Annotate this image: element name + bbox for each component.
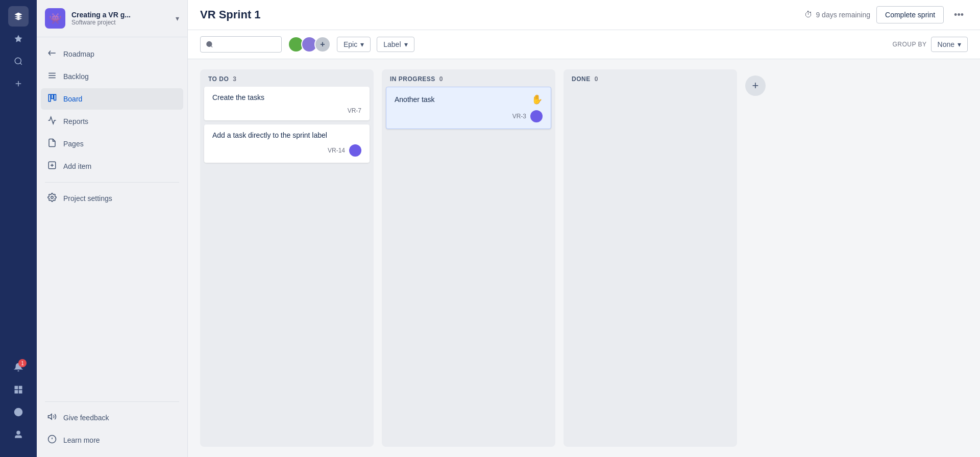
add-column-button[interactable]: + <box>745 75 766 96</box>
help-icon[interactable] <box>8 402 29 422</box>
main-header: VR Sprint 1 ⏱ 9 days remaining Complete … <box>188 0 980 30</box>
sidebar-divider <box>45 182 179 183</box>
epic-chevron-icon: ▾ <box>360 40 364 48</box>
notifications-icon[interactable]: 1 <box>8 357 29 377</box>
epic-filter-label: Epic <box>344 40 357 48</box>
group-by-section: GROUP BY None ▾ <box>892 37 968 52</box>
add-item-label: Add item <box>63 162 91 170</box>
column-in-progress-cards: Another task ✋ VR-3 <box>382 87 555 447</box>
sidebar-item-learn-more[interactable]: Learn more <box>41 429 183 451</box>
sidebar-bottom: Give feedback Learn more <box>37 391 187 457</box>
sidebar-item-add-item[interactable]: Add item <box>41 156 183 177</box>
main-content: VR Sprint 1 ⏱ 9 days remaining Complete … <box>188 0 980 457</box>
card-footer: VR-14 <box>212 144 361 157</box>
group-by-label: GROUP BY <box>892 41 926 48</box>
svg-rect-6 <box>15 391 17 393</box>
column-todo-cards: Create the tasks VR-7 Add a task directl… <box>200 87 374 447</box>
table-row[interactable]: Another task ✋ VR-3 <box>386 87 551 129</box>
svg-point-0 <box>15 58 21 64</box>
svg-line-27 <box>211 46 212 47</box>
give-feedback-label: Give feedback <box>63 414 109 422</box>
epic-filter-button[interactable]: Epic ▾ <box>337 37 371 52</box>
column-in-progress-header: IN PROGRESS 0 <box>382 69 555 87</box>
search-box[interactable] <box>200 36 282 53</box>
svg-rect-16 <box>52 94 54 98</box>
column-done-header: DONE 0 <box>564 69 737 87</box>
notification-badge: 1 <box>18 359 27 367</box>
chevron-down-icon[interactable]: ▾ <box>176 14 179 22</box>
sidebar-item-board[interactable]: Board <box>41 88 183 110</box>
roadmap-label: Roadmap <box>63 50 94 58</box>
card-id: VR-7 <box>348 107 361 114</box>
card-footer: VR-3 <box>395 110 543 122</box>
card-id: VR-3 <box>512 113 526 120</box>
search-icon <box>206 40 213 49</box>
favorites-icon[interactable] <box>8 29 29 49</box>
roadmap-icon <box>47 48 57 60</box>
sidebar-bottom-divider <box>45 401 179 402</box>
column-todo-header: TO DO 3 <box>200 69 374 87</box>
group-by-value: None <box>938 40 954 48</box>
svg-rect-15 <box>48 94 51 101</box>
column-done-count: 0 <box>595 75 598 83</box>
card-id: VR-14 <box>328 147 345 154</box>
project-name: Creating a VR g... <box>71 11 169 19</box>
reports-label: Reports <box>63 117 88 125</box>
group-by-select[interactable]: None ▾ <box>931 37 968 52</box>
timer-text: 9 days remaining <box>816 11 870 19</box>
label-filter-label: Label <box>383 40 401 48</box>
project-info: Creating a VR g... Software project <box>71 11 169 26</box>
column-in-progress: IN PROGRESS 0 Another task ✋ VR-3 <box>382 69 555 447</box>
sidebar: 👾 Creating a VR g... Software project ▾ … <box>37 0 188 457</box>
avatar-group: + <box>288 36 331 53</box>
svg-line-1 <box>20 63 21 64</box>
backlog-icon <box>47 71 57 82</box>
board-icon <box>47 93 57 105</box>
avatar-add[interactable]: + <box>314 36 331 53</box>
search-input[interactable] <box>217 40 276 48</box>
add-item-icon <box>47 161 57 172</box>
sidebar-item-project-settings[interactable]: Project settings <box>41 188 183 209</box>
label-filter-button[interactable]: Label ▾ <box>377 37 414 52</box>
clock-icon: ⏱ <box>804 10 813 19</box>
profile-icon[interactable] <box>8 424 29 445</box>
table-row[interactable]: Add a task directly to the sprint label … <box>204 124 370 163</box>
sidebar-item-pages[interactable]: Pages <box>41 133 183 155</box>
board-area: TO DO 3 Create the tasks VR-7 Add a task… <box>188 59 980 457</box>
sidebar-item-roadmap[interactable]: Roadmap <box>41 43 183 65</box>
svg-point-10 <box>17 431 20 434</box>
column-done-title: DONE <box>572 75 591 83</box>
card-title: Another task ✋ <box>395 93 543 106</box>
card-title: Create the tasks <box>212 93 361 103</box>
create-icon[interactable] <box>8 73 29 94</box>
search-nav-icon[interactable] <box>8 51 29 71</box>
timer-info: ⏱ 9 days remaining <box>804 10 870 19</box>
sidebar-item-backlog[interactable]: Backlog <box>41 66 183 87</box>
feedback-icon <box>47 412 57 423</box>
sidebar-item-reports[interactable]: Reports <box>41 111 183 132</box>
backlog-label: Backlog <box>63 72 89 81</box>
pages-icon <box>47 138 57 149</box>
complete-sprint-button[interactable]: Complete sprint <box>876 6 944 23</box>
sidebar-header: 👾 Creating a VR g... Software project ▾ <box>37 0 187 37</box>
column-todo: TO DO 3 Create the tasks VR-7 Add a task… <box>200 69 374 447</box>
reports-icon <box>47 116 57 127</box>
column-todo-count: 3 <box>233 75 236 83</box>
project-settings-label: Project settings <box>63 194 112 202</box>
card-footer: VR-7 <box>212 107 361 114</box>
column-todo-title: TO DO <box>208 75 229 83</box>
table-row[interactable]: Create the tasks VR-7 <box>204 87 370 120</box>
icon-bar: 1 <box>0 0 37 457</box>
group-by-chevron-icon: ▾ <box>958 40 961 48</box>
column-in-progress-title: IN PROGRESS <box>390 75 435 83</box>
drag-cursor-icon: ✋ <box>531 93 543 106</box>
board-toolbar: + Epic ▾ Label ▾ GROUP BY None ▾ <box>188 30 980 59</box>
logo-icon[interactable] <box>8 6 29 27</box>
sidebar-item-give-feedback[interactable]: Give feedback <box>41 407 183 428</box>
learn-more-label: Learn more <box>63 436 100 444</box>
more-options-button[interactable]: ••• <box>950 8 968 22</box>
column-done: DONE 0 <box>564 69 737 447</box>
sidebar-nav: Roadmap Backlog Board Reports <box>37 37 187 391</box>
apps-icon[interactable] <box>8 379 29 400</box>
sprint-title: VR Sprint 1 <box>200 8 261 21</box>
